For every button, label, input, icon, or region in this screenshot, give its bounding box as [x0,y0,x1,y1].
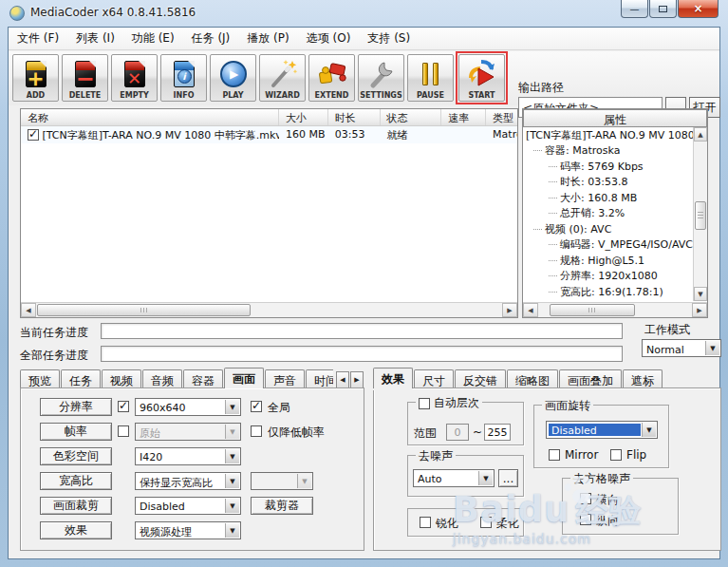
column-rate[interactable]: 速率 [441,109,486,125]
tree-item[interactable]: 时长: 03:53.8 [524,175,693,191]
file-row-checkbox[interactable] [28,129,39,141]
tree-item[interactable]: 码率: 5769 Kbps [524,159,693,175]
chevron-down-icon[interactable]: ▼ [225,449,239,463]
tree-item[interactable]: [TCN字幕组]T-ARA NO.9 MV 1080 中 [524,127,693,143]
hscroll-thumb[interactable] [550,304,635,316]
file-list-hscrollbar[interactable]: ◀ ▶ [21,302,517,317]
scroll-down-icon[interactable]: ▼ [694,287,707,301]
mirror-checkbox[interactable] [549,449,560,461]
chevron-down-icon[interactable]: ▼ [225,400,239,414]
cropper-button[interactable]: 裁剪器 [251,497,313,515]
tab-watermark[interactable]: 遮标 [623,369,663,388]
tree-item[interactable]: 编码器: V_MPEG4/ISO/AVC [524,237,693,254]
tree-item[interactable]: 规格: High@L5.1 [524,253,693,269]
hscroll-thumb[interactable] [37,304,251,316]
pause-button[interactable]: PAUSE [407,54,454,102]
column-type[interactable]: 类型 [486,109,517,125]
info-button[interactable]: i INFO [160,54,207,102]
column-status[interactable]: 状态 [381,109,442,125]
tab-sound[interactable]: 声音 [265,369,305,388]
delete-button[interactable]: − DELETE [62,54,108,102]
minimize-button[interactable]: — [621,0,648,18]
chevron-down-icon[interactable]: ▼ [225,474,239,488]
reduce-framerate-only-checkbox[interactable] [251,425,262,437]
tab-time[interactable]: 时间 [306,369,333,388]
menu-file[interactable]: 文件 (F) [9,27,67,50]
add-button[interactable]: + ADD [12,54,59,102]
tab-scroll-right-icon[interactable]: ▶ [350,371,364,388]
effects-button[interactable]: 效果 [40,521,112,539]
properties-header[interactable]: 属性 [523,109,707,127]
tab-video[interactable]: 视频 [102,369,141,388]
aspect-ratio-button[interactable]: 宽高比 [40,472,112,490]
properties-hscrollbar[interactable]: ◀ ▶ [523,302,707,317]
tab-scroll-left-icon[interactable]: ◀ [336,371,349,388]
menu-list[interactable]: 列表 (I) [67,27,123,50]
scroll-left-icon[interactable]: ◀ [21,303,36,317]
extend-button[interactable]: EXTEND [308,54,355,102]
column-name[interactable]: 名称 [21,109,279,125]
crop-button[interactable]: 画面裁剪 [40,497,112,515]
tree-item[interactable]: 宽高比: 16:9(1.78:1) [524,284,693,300]
aspect-ratio-dropdown[interactable]: 保持显示宽高比▼ [135,472,241,490]
properties-vscrollbar[interactable]: ▲ ▼ [693,127,707,301]
crop-dropdown[interactable]: Disabled▼ [135,497,241,515]
tree-item[interactable]: 总开销: 3.2% [524,206,693,222]
scroll-up-icon[interactable]: ▲ [694,127,707,142]
chevron-down-icon[interactable]: ▼ [478,471,493,485]
range-max-input[interactable]: 255 [484,424,511,441]
tab-task[interactable]: 任务 [61,369,101,388]
vscroll-thumb[interactable] [695,201,706,230]
scroll-right-icon[interactable]: ▶ [692,303,707,317]
deblock-horizontal-checkbox[interactable] [580,493,591,504]
tab-deinterlace[interactable]: 反交错 [455,369,506,388]
start-button[interactable]: START [458,54,505,102]
titlebar[interactable]: MediaCoder x64 0.8.41.5816 — × [0,0,728,27]
tab-picture[interactable]: 画面 [224,368,264,388]
tree-item[interactable]: 容器: Matroska [524,143,693,160]
menu-options[interactable]: 选项 (O) [298,27,360,50]
chevron-down-icon[interactable]: ▼ [225,523,239,538]
soften-checkbox[interactable] [480,517,492,528]
chevron-down-icon[interactable]: ▼ [642,423,656,437]
tab-audio[interactable]: 音频 [142,369,182,388]
column-size[interactable]: 大小 [279,109,328,125]
tab-thumbnail[interactable]: 缩略图 [507,369,558,388]
wizard-button[interactable]: WIZARD [259,54,306,102]
file-row[interactable]: [TCN字幕组]T-ARA NO.9 MV 1080 中韩字幕.mkv 160 … [21,126,517,143]
denoise-browse-button[interactable]: ... [498,469,518,487]
menu-play[interactable]: 播放 (P) [238,27,297,50]
tree-item[interactable]: 视频 (0): AVC [524,221,693,237]
menu-support[interactable]: 支持 (S) [359,27,419,50]
play-button[interactable]: ▶ PLAY [210,54,256,102]
framerate-button[interactable]: 帧率 [40,423,112,441]
tab-effects[interactable]: 效果 [373,368,413,388]
close-button[interactable]: × [678,0,719,18]
chevron-down-icon[interactable]: ▼ [225,499,239,513]
tree-item[interactable]: 分辨率: 1920x1080 [524,269,693,285]
tab-preview[interactable]: 预览 [20,369,60,388]
column-duration[interactable]: 时长 [328,109,381,125]
global-checkbox[interactable] [251,401,262,412]
maximize-button[interactable] [649,0,677,18]
resolution-dropdown[interactable]: 960x640▼ [135,398,241,416]
tab-overlay[interactable]: 画面叠加 [559,369,622,388]
tab-size[interactable]: 尺寸 [414,369,454,388]
auto-levels-checkbox[interactable] [419,398,430,409]
effects-dropdown[interactable]: 视频源处理▼ [135,521,241,539]
empty-button[interactable]: ✕ EMPTY [111,54,158,102]
work-mode-dropdown[interactable]: Normal ▼ [642,339,721,357]
denoise-dropdown[interactable]: Auto▼ [413,469,495,487]
rotation-dropdown[interactable]: Disabled▼ [546,421,658,439]
menu-function[interactable]: 功能 (E) [123,27,183,50]
properties-tree[interactable]: [TCN字幕组]T-ARA NO.9 MV 1080 中 容器: Matrosk… [524,127,693,301]
settings-button[interactable]: SETTINGS [358,54,404,102]
resolution-button[interactable]: 分辨率 [40,398,112,416]
flip-checkbox[interactable] [610,449,622,461]
menu-task[interactable]: 任务 (J) [183,27,239,50]
colorspace-button[interactable]: 色彩空间 [40,447,112,465]
tree-item[interactable]: 大小: 160.8 MB [524,190,693,206]
sharpen-checkbox[interactable] [420,517,431,528]
colorspace-dropdown[interactable]: I420▼ [135,447,241,465]
scroll-right-icon[interactable]: ▶ [502,303,517,317]
